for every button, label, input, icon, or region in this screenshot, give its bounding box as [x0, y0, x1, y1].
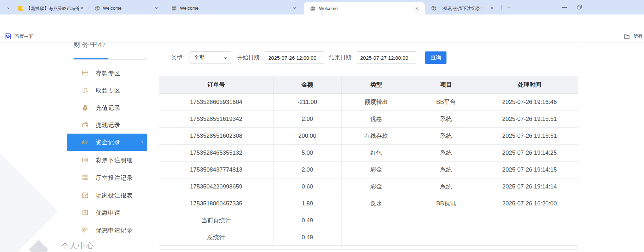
header-type: 类型: [342, 76, 411, 94]
cell-type: 在线存款: [342, 128, 411, 144]
cell-order-no: 1753528465355132: [159, 145, 273, 161]
sidebar-item-promo-apply-records[interactable]: 优惠申请记录: [74, 222, 147, 239]
sidebar-item-label: 优惠申请记录: [96, 226, 133, 234]
header-amount: 金额: [273, 76, 342, 94]
sidebar-item-player-bet-report[interactable]: 玩家投注报表: [74, 187, 147, 204]
cell-order-no: 1753528551602308: [159, 128, 273, 144]
browser-tab-video-records[interactable]: :::视讯 会员下注纪录::: ✕: [427, 2, 499, 14]
bookmark-baidu[interactable]: 百度一下: [5, 33, 33, 40]
cell-type: 红包: [342, 145, 411, 161]
chart-icon: [82, 192, 88, 198]
cell-project: [411, 229, 481, 246]
cell-time: 2025-07-26 19:15:51: [481, 128, 578, 144]
globe-icon: [310, 6, 316, 11]
cell-project: [411, 212, 481, 229]
deposit-card-icon: [82, 70, 88, 76]
window-minimize-button[interactable]: [562, 7, 567, 8]
sidebar-item-withdraw-records[interactable]: 提现记录: [74, 116, 147, 134]
cell-time: 2025-07-26 19:14:25: [481, 145, 578, 161]
sidebar-item-fund-records-active[interactable]: 资金记录 ›: [67, 134, 147, 151]
query-button[interactable]: 查询: [425, 51, 446, 64]
funds-icon: [82, 139, 88, 145]
cell-amount: 2.00: [273, 162, 342, 178]
start-date-input[interactable]: [265, 52, 324, 64]
globe-icon: [171, 6, 177, 11]
new-tab-button[interactable]: +: [505, 3, 513, 11]
document-list-icon: [82, 157, 88, 163]
records-table: 订单号 金额 类型 项目 处理时间 1753528605931604 -211.…: [159, 76, 578, 246]
cell-amount: 5.00: [273, 145, 342, 161]
cell-time: [481, 212, 578, 229]
tab-title: Welcome: [103, 6, 122, 11]
header-time: 处理时间: [481, 76, 578, 94]
sidebar-item-lottery-bet-details[interactable]: 彩票下注明细: [74, 152, 147, 169]
table-header-row: 订单号 金额 类型 项目 处理时间: [159, 76, 578, 94]
browser-toolbar: ← → js13.cc/hhcp/usercenter.html?iniType…: [0, 14, 644, 30]
cell-amount: 0.49: [273, 229, 342, 246]
cell-summary-label: 当前页统计: [159, 212, 273, 229]
close-icon[interactable]: ✕: [489, 5, 495, 11]
tab-title: Welcome: [319, 6, 338, 11]
sidebar-item-recharge-records[interactable]: ¥ 充值记录: [74, 99, 147, 116]
sidebar-item-label: 厅室投注记录: [96, 174, 133, 182]
forum-icon: [18, 6, 23, 11]
close-icon[interactable]: ✕: [153, 5, 160, 11]
sidebar-item-withdraw[interactable]: 取款专区: [74, 82, 147, 99]
cell-time: 2025-07-26 19:15:51: [481, 111, 578, 127]
tab-search-icon[interactable]: ⌄: [4, 3, 12, 11]
cell-type: 彩金: [342, 178, 411, 195]
type-select[interactable]: 全部 ⌄: [190, 51, 231, 64]
tab-title: Welcome: [180, 6, 199, 11]
table-row: 1753528605931604 -211.00 额度转出 BB平台 2025-…: [159, 94, 578, 111]
tab-divider: [501, 5, 502, 10]
cell-amount: 0.60: [273, 178, 342, 195]
cell-project: 系统: [411, 128, 481, 144]
table-row: 1753528551619342 2.00 优惠 系统 2025-07-26 1…: [159, 111, 578, 128]
background-decor-shape-small: [29, 240, 49, 252]
cell-project: 系统: [411, 178, 481, 195]
tab-title: 【新提醒】海燕策略论坛综合交: [26, 6, 79, 12]
table-row: 1753518000457335 1.89 反水 BB视讯 2025-07-26…: [159, 195, 578, 212]
table-summary-row-total: 总统计 0.49: [159, 229, 578, 246]
sidebar-section-personal: 个人中心: [61, 241, 95, 251]
sidebar-item-label: 玩家投注报表: [96, 192, 133, 200]
sidebar-section-title: 财务中心: [74, 42, 114, 49]
pagination-panel: [159, 249, 578, 252]
cell-order-no: 1753528551619342: [159, 111, 273, 127]
gift-coupon-icon: [82, 209, 88, 216]
cell-order-no: 1753528605931604: [159, 94, 273, 110]
sidebar-item-label: 优惠申请: [96, 209, 121, 217]
close-icon[interactable]: ✕: [414, 6, 420, 12]
end-date-label: 结束日期:: [329, 51, 353, 64]
bookmarks-divider: [619, 33, 619, 39]
all-bookmarks-label: 所有书签: [633, 33, 644, 39]
window-restore-button[interactable]: [577, 4, 582, 10]
cell-project: 系统: [411, 145, 481, 161]
list-icon: [82, 174, 88, 181]
sidebar-item-hall-bet-records[interactable]: 厅室投注记录: [74, 169, 147, 186]
table-row: 1753528551602308 200.00 在线存款 系统 2025-07-…: [159, 128, 578, 145]
sidebar-item-label: 提现记录: [96, 121, 121, 129]
end-date-input[interactable]: [357, 52, 416, 64]
close-icon[interactable]: ✕: [79, 5, 85, 11]
start-date-label: 开始日期:: [237, 51, 261, 64]
browser-tab-welcome-2[interactable]: Welcome ✕: [166, 2, 302, 14]
table-row: 1753504220998659 0.60 彩金 系统 2025-07-26 1…: [159, 178, 578, 195]
browser-tab-welcome-active[interactable]: Welcome ✕: [304, 2, 425, 14]
cell-type: [342, 229, 411, 246]
sidebar-item-deposit[interactable]: 存款专区: [74, 65, 147, 82]
all-bookmarks-button[interactable]: 所有书签: [624, 33, 644, 39]
cell-time: 2025-07-26 19:14:14: [481, 178, 578, 195]
browser-tab-welcome-1[interactable]: Welcome ✕: [90, 2, 162, 14]
sidebar-item-promo-apply[interactable]: 优惠申请: [74, 204, 147, 221]
cell-amount: 200.00: [273, 128, 342, 144]
browser-tab-forum[interactable]: 【新提醒】海燕策略论坛综合交 ✕: [14, 2, 87, 14]
bookmarks-bar: 百度一下 所有书签: [0, 30, 644, 42]
background-decor-shape: [0, 119, 58, 252]
wallet-icon: [82, 122, 88, 128]
sidebar-section-finance: 财务中心: [74, 42, 114, 54]
cell-type: 彩金: [342, 162, 411, 178]
header-project: 项目: [411, 76, 481, 94]
close-icon[interactable]: ✕: [291, 5, 298, 11]
chevron-right-icon: ›: [141, 138, 143, 145]
